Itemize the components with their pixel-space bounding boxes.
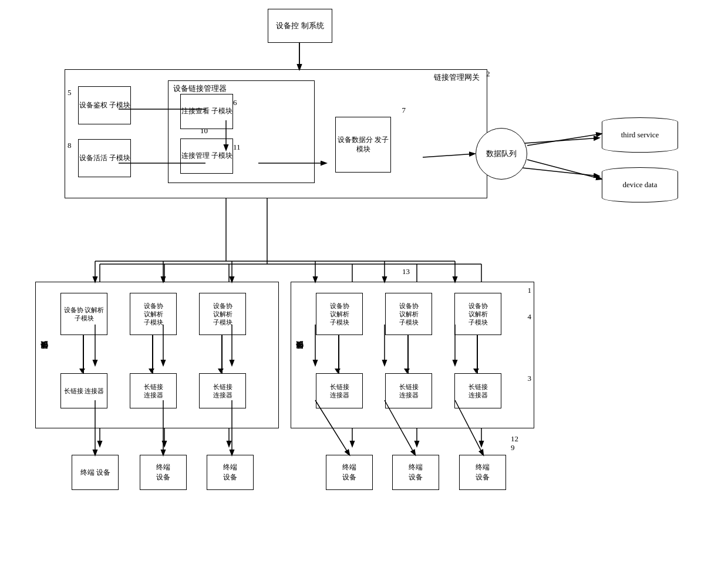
right-terminal3: 终端设备 [459, 455, 506, 490]
device-control-label: 设备控 制系统 [276, 21, 323, 31]
left-col3-protocol-label: 设备协议解析子模块 [213, 302, 232, 327]
device-data-cylinder: device data [602, 167, 678, 202]
num-7: 7 [402, 105, 406, 116]
right-col1-arrow [338, 335, 339, 373]
num-1-label: 1 [528, 285, 532, 296]
device-data-dispatch-label: 设备数据分 发子模块 [336, 136, 390, 154]
left-terminal1: 终端 设备 [72, 455, 119, 490]
register-query-sub-box: 注接查看 子模块 [180, 94, 233, 129]
left-link-protocol-gateway-box: 链接协议网关 设备协 议解析 子模块 长链接 连接器 设备协议解析子模块 长链接… [35, 282, 279, 428]
left-terminal3: 终端设备 [207, 455, 254, 490]
data-queue-circle: 数据队列 [476, 128, 527, 180]
left-col1-long-link: 长链接 连接器 [60, 373, 107, 408]
num-11: 11 [233, 142, 241, 153]
num-10: 10 [200, 126, 208, 136]
num-9: 9 [511, 443, 515, 452]
left-col1-protocol-parse: 设备协 议解析 子模块 [60, 293, 107, 335]
right-terminal2-label: 终端设备 [409, 462, 423, 482]
right-col3-protocol-parse: 设备协议解析子模块 [454, 293, 501, 335]
num-2: 2 [486, 69, 490, 79]
right-col2-long-link: 长链接连接器 [385, 373, 432, 408]
device-data-mid: device data [602, 177, 678, 193]
svg-line-36 [527, 134, 601, 146]
left-col3-link-label: 长链接连接器 [213, 383, 232, 400]
connection-mgmt-sub-box: 连接管理 子模块 [180, 138, 233, 174]
device-data-top [602, 167, 678, 177]
left-col2-protocol-parse: 设备协议解析子模块 [130, 293, 177, 335]
right-col1-long-link: 长链接连接器 [316, 373, 363, 408]
third-service-label: third service [621, 130, 659, 140]
num-6: 6 [233, 97, 237, 108]
register-query-sub-label: 注接查看 子模块 [181, 107, 232, 116]
link-mgmt-gateway-box: 链接管理网关 设备链接管理器 注接查看 子模块 6 连接管理 子模块 11 设备… [65, 69, 487, 198]
device-alive-sub-box: 设备活活 子模块 [78, 139, 131, 177]
right-terminal3-label: 终端设备 [476, 462, 490, 482]
left-terminal2-label: 终端设备 [156, 462, 170, 482]
data-queue-label: 数据队列 [486, 148, 517, 159]
svg-line-37 [527, 160, 601, 179]
right-col1-protocol-label: 设备协议解析子模块 [330, 302, 349, 327]
device-auth-sub-box: 设备鉴权 子模块 [78, 86, 131, 124]
left-col3-arrow [221, 335, 223, 373]
right-col2-protocol-label: 设备协议解析子模块 [399, 302, 419, 327]
link-mgmt-gateway-label: 链接管理网关 [434, 72, 480, 83]
left-col2-link-label: 长链接连接器 [144, 383, 163, 400]
device-data-label: device data [623, 180, 658, 190]
device-link-manager-label: 设备链接管理器 [173, 83, 227, 94]
right-col2-link-label: 长链接连接器 [399, 383, 419, 400]
left-terminal2: 终端设备 [140, 455, 187, 490]
device-link-manager-box: 设备链接管理器 注接查看 子模块 6 连接管理 子模块 11 [168, 80, 315, 183]
device-auth-sub-label: 设备鉴权 子模块 [79, 101, 130, 110]
right-terminal1-label: 终端设备 [342, 462, 356, 482]
num-13: 13 [402, 267, 410, 276]
left-col3-long-link: 长链接连接器 [199, 373, 246, 408]
left-col2-arrow [152, 335, 153, 373]
third-service-bot [602, 143, 678, 153]
device-control-box: 设备控 制系统 [268, 9, 332, 43]
right-col1-link-label: 长链接连接器 [330, 383, 349, 400]
right-terminal1: 终端设备 [326, 455, 373, 490]
num-8: 8 [68, 140, 72, 151]
right-terminal2: 终端设备 [392, 455, 439, 490]
connection-mgmt-sub-label: 连接管理 子模块 [181, 151, 232, 161]
num-5: 5 [68, 87, 72, 98]
device-data-dispatch-box: 设备数据分 发子模块 [335, 117, 391, 173]
left-terminal1-label: 终端 设备 [80, 468, 110, 478]
left-col1-arrow [83, 335, 84, 373]
third-service-cylinder: third service [602, 117, 678, 153]
third-service-mid: third service [602, 127, 678, 143]
right-link-protocol-gateway-box: 链接协议网关 设备协议解析子模块 长链接连接器 设备协议解析子模块 长链接连接器… [291, 282, 534, 428]
right-col3-link-label: 长链接连接器 [469, 383, 488, 400]
right-col3-long-link: 长链接连接器 [454, 373, 501, 408]
svg-line-6 [517, 138, 599, 144]
svg-line-7 [517, 167, 599, 176]
device-alive-sub-label: 设备活活 子模块 [79, 154, 130, 163]
right-col1-protocol-parse: 设备协议解析子模块 [316, 293, 363, 335]
left-col3-protocol-parse: 设备协议解析子模块 [199, 293, 246, 335]
right-col2-arrow [407, 335, 409, 373]
diagram: 设备控 制系统 链接管理网关 设备链接管理器 注接查看 子模块 6 连接管理 子… [0, 0, 728, 571]
left-col1-protocol-label: 设备协 议解析 子模块 [61, 306, 107, 323]
num-4-label: 4 [528, 312, 532, 322]
right-col3-protocol-label: 设备协议解析子模块 [469, 302, 488, 327]
left-col2-long-link: 长链接连接器 [130, 373, 177, 408]
right-col3-arrow [477, 335, 478, 373]
third-service-top [602, 117, 678, 127]
device-data-bot [602, 193, 678, 202]
left-terminal3-label: 终端设备 [223, 462, 237, 482]
left-col1-link-label: 长链接 连接器 [64, 387, 105, 395]
num-12: 12 [511, 434, 518, 444]
left-col2-protocol-label: 设备协议解析子模块 [144, 302, 163, 327]
num-3-label: 3 [528, 373, 532, 384]
right-col2-protocol-parse: 设备协议解析子模块 [385, 293, 432, 335]
